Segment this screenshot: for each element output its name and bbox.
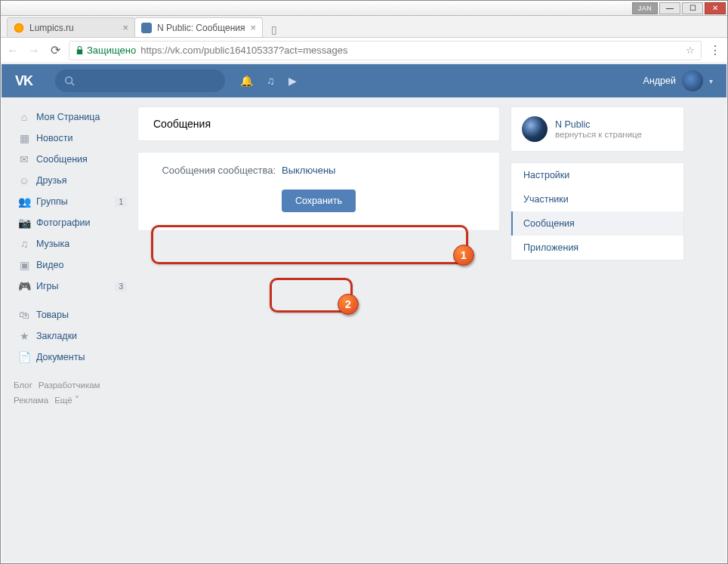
camera-icon: 📷 xyxy=(17,217,32,229)
chevron-down-icon: ▾ xyxy=(709,77,713,85)
header-icons: 🔔 ♫ ▶ xyxy=(240,75,297,87)
groups-icon: 👥 xyxy=(17,196,32,208)
nav-label: Моя Страница xyxy=(36,112,100,122)
nav-messages[interactable]: ✉Сообщения xyxy=(14,149,127,170)
extension-badge[interactable]: JAN xyxy=(632,2,658,14)
url-rest: ://vk.com/public164105337?act=messages xyxy=(162,45,347,56)
nav-label: Друзья xyxy=(36,175,67,186)
community-title: N Public xyxy=(555,119,642,130)
close-tab-icon[interactable]: × xyxy=(122,22,128,33)
main-column: Сообщения Сообщения сообщества: Выключен… xyxy=(137,106,500,408)
settings-card: Сообщения сообщества: Выключены Сохранит… xyxy=(137,152,500,231)
close-tab-icon[interactable]: × xyxy=(250,22,256,33)
row-label: Сообщения сообщества: xyxy=(153,165,282,176)
menu-settings[interactable]: Настройки xyxy=(511,163,683,187)
nav-friends[interactable]: ☺Друзья xyxy=(14,170,127,191)
svg-point-0 xyxy=(66,77,72,84)
address-bar: ← → ⟳ Защищено https://vk.com/public1641… xyxy=(1,38,727,63)
footer-ads[interactable]: Реклама xyxy=(14,396,48,405)
page-title-card: Сообщения xyxy=(137,106,500,141)
nav-label: Закладки xyxy=(36,331,77,341)
nav-docs[interactable]: 📄Документы xyxy=(14,347,127,368)
music-icon[interactable]: ♫ xyxy=(267,75,275,87)
new-tab-button[interactable]: ▯ xyxy=(267,23,282,37)
nav-news[interactable]: ▦Новости xyxy=(14,128,127,149)
nav-label: Группы xyxy=(36,196,68,207)
news-icon: ▦ xyxy=(17,132,32,144)
nav-games[interactable]: 🎮Игры3 xyxy=(14,276,127,297)
search-input[interactable] xyxy=(55,69,225,92)
minimize-button[interactable]: — xyxy=(659,2,680,14)
nav-photos[interactable]: 📷Фотографии xyxy=(14,212,127,233)
community-header[interactable]: N Public вернуться к странице xyxy=(511,107,683,151)
tab-lumpics[interactable]: Lumpics.ru × xyxy=(7,17,135,37)
window-titlebar: JAN — ☐ ✕ xyxy=(1,1,727,16)
page-title: Сообщения xyxy=(138,107,499,140)
nav-bookmarks[interactable]: ★Закладки xyxy=(14,325,127,347)
forward-button[interactable]: → xyxy=(26,43,42,58)
video-icon: ▣ xyxy=(17,259,32,271)
tab-vk[interactable]: N Public: Сообщения × xyxy=(134,17,263,37)
close-window-button[interactable]: ✕ xyxy=(705,2,726,14)
settings-menu: Настройки Участники Сообщения Приложения xyxy=(511,162,684,260)
save-button[interactable]: Сохранить xyxy=(282,190,356,212)
lock-icon: Защищено xyxy=(76,45,136,56)
reload-button[interactable]: ⟳ xyxy=(48,43,63,58)
footer-dev[interactable]: Разработчикам xyxy=(39,381,100,390)
messages-icon: ✉ xyxy=(17,153,32,165)
badge: 1 xyxy=(115,197,127,207)
nav-label: Игры xyxy=(36,281,58,291)
messages-status-dropdown[interactable]: Выключены xyxy=(282,165,335,176)
vk-logo[interactable]: VK xyxy=(15,73,32,89)
left-nav: ⌂Моя Страница ▦Новости ✉Сообщения ☺Друзь… xyxy=(14,106,127,408)
nav-label: Сообщения xyxy=(36,154,88,165)
community-messages-row: Сообщения сообщества: Выключены xyxy=(153,165,484,176)
nav-video[interactable]: ▣Видео xyxy=(14,254,127,276)
badge: 3 xyxy=(115,282,127,291)
user-name: Андрей xyxy=(643,76,676,86)
favicon-icon xyxy=(14,23,24,33)
nav-my-page[interactable]: ⌂Моя Страница xyxy=(14,106,127,128)
games-icon: 🎮 xyxy=(17,280,32,292)
tab-title: N Public: Сообщения xyxy=(157,23,245,33)
avatar xyxy=(682,70,703,91)
nav-groups[interactable]: 👥Группы1 xyxy=(14,191,127,212)
url-scheme: https xyxy=(140,45,162,56)
url-field[interactable]: Защищено https://vk.com/public164105337?… xyxy=(69,41,702,60)
header-user-menu[interactable]: Андрей ▾ xyxy=(643,70,713,91)
nav-label: Фотографии xyxy=(36,217,90,228)
footer-blog[interactable]: Блог xyxy=(14,381,32,390)
nav-label: Музыка xyxy=(36,239,69,249)
community-card: N Public вернуться к странице xyxy=(511,106,684,152)
browser-menu-button[interactable]: ⋮ xyxy=(708,43,723,57)
secure-label: Защищено xyxy=(87,45,136,56)
nav-label: Новости xyxy=(36,133,72,143)
nav-label: Документы xyxy=(36,352,85,362)
favicon-icon xyxy=(141,23,152,33)
menu-apps[interactable]: Приложения xyxy=(511,236,683,260)
vk-header: VK 🔔 ♫ ▶ Андрей ▾ xyxy=(2,64,726,97)
home-icon: ⌂ xyxy=(17,111,32,123)
annotation-step-2: 2 xyxy=(338,294,359,315)
page-viewport: VK 🔔 ♫ ▶ Андрей ▾ ⌂Моя Страница ▦Новости… xyxy=(2,64,726,562)
friends-icon: ☺ xyxy=(17,174,32,186)
nav-music[interactable]: ♫Музыка xyxy=(14,233,127,254)
notifications-icon[interactable]: 🔔 xyxy=(240,75,253,87)
tab-title: Lumpics.ru xyxy=(29,23,74,33)
right-column: N Public вернуться к странице Настройки … xyxy=(511,106,684,408)
bookmark-star-icon[interactable]: ☆ xyxy=(686,45,695,56)
footer-more[interactable]: Ещё ˅ xyxy=(54,396,79,405)
community-avatar xyxy=(522,116,548,142)
player-icon[interactable]: ▶ xyxy=(288,75,297,87)
svg-line-1 xyxy=(72,83,75,86)
nav-market[interactable]: 🛍Товары xyxy=(14,304,127,325)
browser-tabs: Lumpics.ru × N Public: Сообщения × ▯ xyxy=(1,16,727,38)
menu-messages[interactable]: Сообщения xyxy=(511,211,683,236)
back-button[interactable]: ← xyxy=(5,43,20,58)
maximize-button[interactable]: ☐ xyxy=(682,2,703,14)
bag-icon: 🛍 xyxy=(17,309,32,321)
document-icon: 📄 xyxy=(17,351,32,363)
music-icon: ♫ xyxy=(17,238,32,250)
menu-members[interactable]: Участники xyxy=(511,187,683,211)
nav-label: Видео xyxy=(36,260,64,270)
